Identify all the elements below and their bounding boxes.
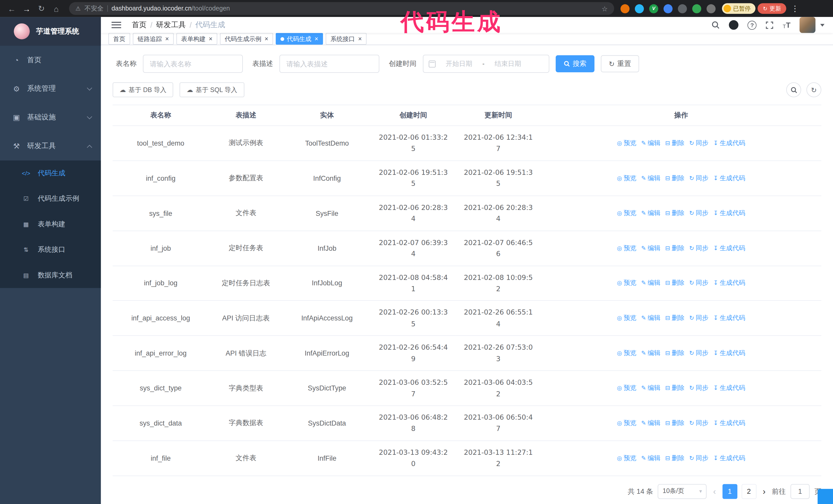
preview-action[interactable]: ◎ 预览 [617,349,636,358]
view-tab[interactable]: 链路追踪 × [133,33,174,45]
fullscreen-icon[interactable] [766,21,774,29]
generate-code-action[interactable]: ↧ 生成代码 [713,209,745,218]
edit-action[interactable]: ✎ 编辑 [641,384,660,393]
search-icon[interactable] [712,21,720,29]
extension-gray-icon[interactable] [678,4,687,13]
github-icon[interactable] [729,20,738,30]
browser-back-icon[interactable]: ← [5,4,18,13]
edit-action[interactable]: ✎ 编辑 [641,243,660,253]
refresh-table-button[interactable]: ↻ [806,82,821,97]
preview-action[interactable]: ◎ 预览 [617,418,636,428]
browser-update-button[interactable]: ↻ 更新 [758,3,787,14]
app-logo[interactable]: 芋道管理系统 [0,17,101,46]
date-range-picker[interactable]: - [423,55,549,73]
extension-puzzle-icon[interactable] [707,4,716,13]
edit-action[interactable]: ✎ 编辑 [641,173,660,183]
generate-code-action[interactable]: ↧ 生成代码 [713,314,745,323]
start-date-input[interactable] [439,60,479,67]
tab-close-icon[interactable]: × [165,35,169,43]
browser-reload-icon[interactable]: ↻ [35,4,48,13]
edit-action[interactable]: ✎ 编辑 [641,209,660,218]
sync-action[interactable]: ↻ 同步 [689,209,709,218]
page-number-button[interactable]: 2 [741,484,756,499]
prev-page-button[interactable]: ‹ [712,486,717,496]
avatar-caret-icon[interactable] [820,24,825,26]
view-tab[interactable]: 表单构建 × [176,33,217,45]
sidebar-menu-item[interactable]: ⚙ 系统管理 [0,74,101,103]
preview-action[interactable]: ◎ 预览 [617,173,636,183]
generate-code-action[interactable]: ↧ 生成代码 [713,279,745,288]
edit-action[interactable]: ✎ 编辑 [641,279,660,288]
generate-code-action[interactable]: ↧ 生成代码 [713,454,745,463]
end-date-input[interactable] [488,60,528,67]
preview-action[interactable]: ◎ 预览 [617,243,636,253]
extension-check-icon[interactable]: V [649,4,658,13]
sync-action[interactable]: ↻ 同步 [689,384,709,393]
page-size-select[interactable]: 10条/页 ▾ [658,484,707,499]
security-label[interactable]: 不安全 [84,4,103,13]
delete-action[interactable]: ⊟ 删除 [665,418,684,428]
view-tab[interactable]: 代码生成 × [276,33,323,45]
sync-action[interactable]: ↻ 同步 [689,173,709,183]
view-tab[interactable]: 首页 [109,33,130,45]
sidebar-menu-item[interactable]: ⚒ 研发工具 [0,132,101,161]
font-size-icon[interactable]: TT [783,21,790,29]
address-bar[interactable]: ⚠ 不安全 dashboard.yudao.iocoder.cn/tool/co… [69,2,614,15]
sidebar-submenu-item[interactable]: ☑ 代码生成示例 [0,186,101,211]
delete-action[interactable]: ⊟ 删除 [665,349,684,358]
delete-action[interactable]: ⊟ 删除 [665,279,684,288]
edit-action[interactable]: ✎ 编辑 [641,454,660,463]
sidebar-submenu-item[interactable]: ⇅ 系统接口 [0,237,101,262]
edit-action[interactable]: ✎ 编辑 [641,418,660,428]
table-name-input[interactable] [143,55,243,73]
bookmark-star-icon[interactable]: ☆ [601,5,608,13]
generate-code-action[interactable]: ↧ 生成代码 [713,173,745,183]
sidebar-menu-item[interactable]: ◔ 首页 [0,46,101,74]
sync-action[interactable]: ↻ 同步 [689,139,709,148]
extension-leaf-icon[interactable] [692,4,701,13]
delete-action[interactable]: ⊟ 删除 [665,173,684,183]
sidebar-submenu-item[interactable]: </> 代码生成 [0,161,101,186]
generate-code-action[interactable]: ↧ 生成代码 [713,139,745,148]
sync-action[interactable]: ↻ 同步 [689,418,709,428]
sync-action[interactable]: ↻ 同步 [689,279,709,288]
extension-people-icon[interactable] [664,4,672,13]
page-number-button[interactable]: 1 [722,484,737,499]
tab-close-icon[interactable]: × [358,35,362,43]
sidebar-toggle-icon[interactable] [112,22,121,28]
generate-code-action[interactable]: ↧ 生成代码 [713,418,745,428]
delete-action[interactable]: ⊟ 删除 [665,209,684,218]
sidebar-menu-item[interactable]: ▣ 基础设施 [0,103,101,132]
import-sql-button[interactable]: ☁ 基于 SQL 导入 [180,82,244,97]
help-icon[interactable]: ? [748,21,757,29]
table-desc-input[interactable] [279,55,379,73]
edit-action[interactable]: ✎ 编辑 [641,349,660,358]
sync-action[interactable]: ↻ 同步 [689,454,709,463]
view-tab[interactable]: 系统接口 × [326,33,367,45]
user-avatar[interactable] [800,17,815,33]
tab-close-icon[interactable]: × [264,35,268,43]
extension-orange-icon[interactable] [620,4,629,13]
extension-water-icon[interactable] [635,4,644,13]
view-tab[interactable]: 代码生成示例 × [220,33,273,45]
preview-action[interactable]: ◎ 预览 [617,454,636,463]
paused-badge[interactable]: 已暂停 [722,3,756,14]
goto-page-input[interactable] [790,484,810,499]
search-button[interactable]: 搜索 [556,55,594,72]
browser-menu-icon[interactable]: ⋮ [789,4,802,13]
reset-button[interactable]: ↻ 重置 [601,55,639,72]
preview-action[interactable]: ◎ 预览 [617,384,636,393]
delete-action[interactable]: ⊟ 删除 [665,139,684,148]
tab-close-icon[interactable]: × [314,35,318,43]
tab-close-icon[interactable]: × [209,35,213,43]
floating-widget[interactable] [818,489,833,504]
toggle-search-button[interactable] [786,82,801,97]
generate-code-action[interactable]: ↧ 生成代码 [713,243,745,253]
preview-action[interactable]: ◎ 预览 [617,139,636,148]
sidebar-submenu-item[interactable]: ▦ 表单构建 [0,212,101,237]
import-db-button[interactable]: ☁ 基于 DB 导入 [113,82,173,97]
delete-action[interactable]: ⊟ 删除 [665,454,684,463]
preview-action[interactable]: ◎ 预览 [617,314,636,323]
browser-forward-icon[interactable]: → [20,4,33,13]
preview-action[interactable]: ◎ 预览 [617,209,636,218]
